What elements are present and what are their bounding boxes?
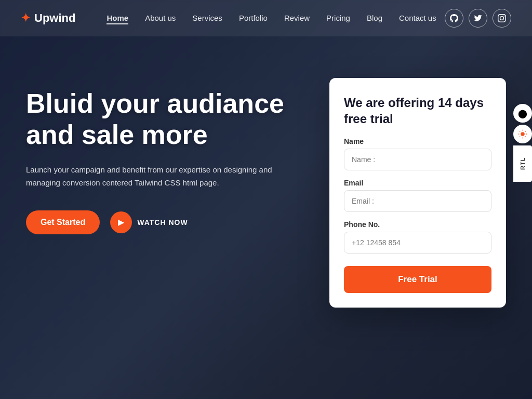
nav-link-portfolio[interactable]: Portfolio — [239, 14, 268, 22]
main-content: Bluid your audiance and sale more Launch… — [0, 36, 532, 328]
hero-title: Bluid your audiance and sale more — [26, 88, 309, 151]
theme-circle-button[interactable]: ⬤ — [513, 104, 532, 123]
nav-item-home[interactable]: Home — [107, 14, 128, 23]
nav-item-about[interactable]: About us — [145, 14, 176, 23]
nav-item-portfolio[interactable]: Portfolio — [239, 14, 268, 23]
phone-input[interactable] — [344, 232, 491, 254]
play-button[interactable]: ▶ — [110, 211, 132, 233]
logo-icon: ✦ — [21, 11, 30, 25]
nav-link-services[interactable]: Services — [192, 14, 222, 22]
hero-section: Bluid your audiance and sale more Launch… — [26, 78, 309, 234]
logo-text: Upwind — [34, 11, 75, 25]
play-icon: ▶ — [118, 217, 124, 227]
nav-link-about[interactable]: About us — [145, 14, 176, 22]
nav-link-blog[interactable]: Blog — [367, 14, 382, 22]
hero-actions: Get Started ▶ WATCH NOW — [26, 210, 309, 234]
side-controls: ⬤ RTL — [513, 104, 532, 182]
svg-line-8 — [525, 131, 526, 131]
svg-line-7 — [520, 137, 520, 137]
twitter-icon[interactable] — [469, 9, 487, 28]
phone-field-group: Phone No. — [344, 220, 491, 254]
hero-subtitle: Launch your campaign and benefit from ou… — [26, 163, 296, 190]
nav-item-pricing[interactable]: Pricing — [326, 14, 350, 23]
nav-link-home[interactable]: Home — [107, 14, 128, 24]
navbar: ✦ Upwind Home About us Services Portfoli… — [0, 0, 532, 36]
free-trial-button[interactable]: Free Trial — [344, 266, 491, 293]
get-started-button[interactable]: Get Started — [26, 210, 100, 234]
rtl-button[interactable]: RTL — [513, 145, 532, 182]
nav-links: Home About us Services Portfolio Review … — [107, 14, 445, 23]
svg-line-4 — [525, 137, 526, 137]
name-input[interactable] — [344, 149, 491, 170]
nav-item-contact[interactable]: Contact us — [399, 14, 436, 23]
free-trial-form-card: We are offering 14 days free trial Name … — [329, 78, 506, 308]
name-label: Name — [344, 137, 491, 145]
nav-item-blog[interactable]: Blog — [367, 14, 382, 23]
svg-line-3 — [520, 131, 520, 131]
nav-link-contact[interactable]: Contact us — [399, 14, 436, 22]
nav-item-services[interactable]: Services — [192, 14, 222, 23]
svg-point-0 — [521, 132, 525, 136]
form-title: We are offering 14 days free trial — [344, 95, 491, 127]
email-field-group: Email — [344, 179, 491, 212]
watch-now-label: WATCH NOW — [137, 218, 188, 227]
nav-link-review[interactable]: Review — [284, 14, 310, 22]
social-icons — [445, 9, 511, 28]
nav-item-review[interactable]: Review — [284, 14, 310, 23]
email-input[interactable] — [344, 190, 491, 212]
phone-label: Phone No. — [344, 220, 491, 229]
nav-link-pricing[interactable]: Pricing — [326, 14, 350, 22]
logo[interactable]: ✦ Upwind — [21, 11, 75, 25]
email-label: Email — [344, 179, 491, 187]
sun-icon-button[interactable] — [513, 125, 532, 143]
name-field-group: Name — [344, 137, 491, 170]
github-icon[interactable] — [445, 9, 463, 28]
instagram-icon[interactable] — [493, 9, 511, 28]
watch-now-group[interactable]: ▶ WATCH NOW — [110, 211, 188, 233]
